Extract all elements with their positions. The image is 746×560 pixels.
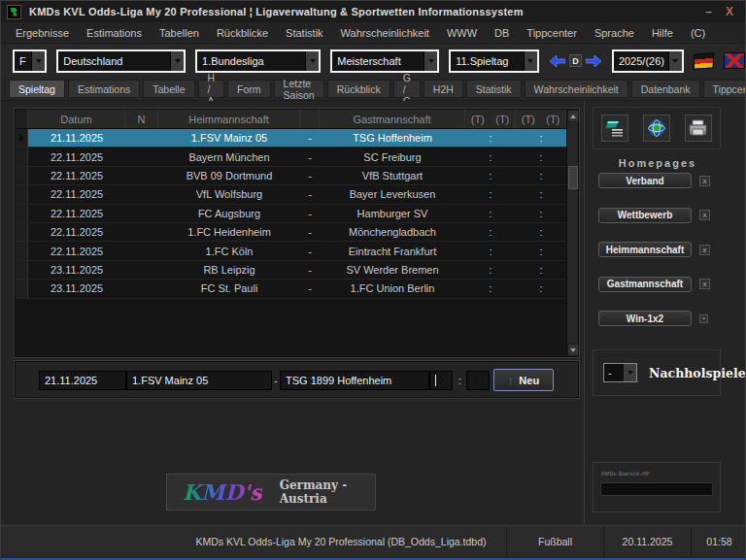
menu-item-sprache[interactable]: Sprache <box>586 27 643 39</box>
vertical-scrollbar[interactable] <box>566 110 578 356</box>
row-selector[interactable] <box>16 129 28 147</box>
cell-halftime-score: : <box>465 148 516 165</box>
printer-icon[interactable] <box>685 115 712 142</box>
editor-score2-field[interactable] <box>466 371 490 390</box>
filter-combobox[interactable]: F <box>13 49 47 73</box>
menu-item-statistik[interactable]: Statistik <box>277 27 332 39</box>
close-button[interactable]: X <box>726 5 733 18</box>
export-book-icon[interactable] <box>601 115 628 142</box>
tab-spieltag[interactable]: Spieltag <box>9 80 65 98</box>
cell-halftime-score: : <box>465 242 516 259</box>
minimize-button[interactable]: – <box>705 5 712 18</box>
nachholspiele-combobox[interactable]: - <box>603 363 637 382</box>
league-combobox[interactable]: 1.Bundesliga <box>195 49 321 73</box>
editor-score1-field[interactable] <box>429 371 453 390</box>
header-t4[interactable]: (T) <box>541 114 566 125</box>
homepage-checkbox-gastmannschaft[interactable]: x <box>699 279 710 289</box>
matchday-combobox[interactable]: 11.Spieltag <box>449 49 539 73</box>
row-selector[interactable] <box>16 261 28 279</box>
competition-combobox[interactable]: Meisterschaft <box>330 49 439 73</box>
editor-home-field[interactable]: 1.FSV Mainz 05 <box>126 371 272 390</box>
menu-item-hilfe[interactable]: Hilfe <box>643 27 682 39</box>
tab-h-a[interactable]: H / A <box>198 80 225 98</box>
header-t1[interactable]: (T) <box>465 114 491 125</box>
row-selector[interactable] <box>16 223 28 241</box>
row-selector[interactable] <box>16 148 28 165</box>
tab-wahrscheinlichkeit[interactable]: Wahrscheinlichkeit <box>525 80 628 98</box>
homepage-button-wettbewerb[interactable]: Wettbewerb <box>598 208 692 223</box>
cell-home-team: 1.FC Köln <box>158 242 300 259</box>
menu-item-db[interactable]: DB <box>486 27 518 39</box>
app-icon <box>7 5 21 19</box>
homepage-button-heimmannschaft[interactable]: Heimmannschaft <box>598 242 692 257</box>
cell-halftime-score: : <box>465 280 516 297</box>
row-selector[interactable] <box>16 280 28 297</box>
homepage-checkbox-wettbewerb[interactable]: x <box>699 210 710 220</box>
tab-statistik[interactable]: Statistik <box>466 80 522 98</box>
chevron-down-icon[interactable] <box>170 51 184 71</box>
menu-item-c[interactable]: (C) <box>682 27 714 39</box>
chevron-down-icon[interactable] <box>424 51 437 71</box>
table-row[interactable]: 23.11.2025RB Leipzig-SV Werder Bremen:: <box>16 261 578 280</box>
tab-r-ckblick[interactable]: Rückblick <box>327 80 390 98</box>
header-n[interactable]: N <box>125 110 158 128</box>
chevron-down-icon[interactable] <box>624 364 636 381</box>
prev-arrow-icon[interactable] <box>549 53 566 69</box>
homepage-button-verband[interactable]: Verband <box>598 173 692 188</box>
header-datum[interactable]: Datum <box>28 110 125 128</box>
menu-item-r-ckblicke[interactable]: Rückblicke <box>208 27 277 39</box>
next-arrow-icon[interactable] <box>585 53 602 69</box>
homepage-button-gastmannschaft[interactable]: Gastmannschaft <box>598 277 692 292</box>
tab-letzte-saison[interactable]: Letzte Saison <box>274 80 324 98</box>
row-selector[interactable] <box>16 185 28 203</box>
table-row[interactable]: 21.11.20251.FSV Mainz 05-TSG Hoffenheim:… <box>16 129 578 148</box>
row-selector[interactable] <box>16 242 28 259</box>
season-combobox[interactable]: 2025/(26) <box>612 49 684 73</box>
menu-item-wahrscheinlichkeit[interactable]: Wahrscheinlichkeit <box>332 27 438 39</box>
row-selector[interactable] <box>16 167 28 184</box>
grid-rows: 21.11.20251.FSV Mainz 05-TSG Hoffenheim:… <box>16 129 578 299</box>
table-row[interactable]: 22.11.2025FC Augsburg-Hamburger SV:: <box>16 205 578 223</box>
homepage-checkbox-verband[interactable]: x <box>699 176 710 186</box>
country-combobox[interactable]: Deutschland <box>56 49 186 73</box>
table-row[interactable]: 22.11.2025Bayern München-SC Freiburg:: <box>16 148 578 166</box>
tab-estimations[interactable]: Estimations <box>68 80 140 98</box>
tab-tabelle[interactable]: Tabelle <box>143 80 194 98</box>
row-selector[interactable] <box>16 205 28 222</box>
chevron-down-icon[interactable] <box>31 51 45 71</box>
menu-item-tabellen[interactable]: Tabellen <box>151 27 208 39</box>
header-home[interactable]: Heimmannschaft <box>158 110 300 128</box>
editor-date-field[interactable]: 21.11.2025 <box>39 371 126 390</box>
tab-form[interactable]: Form <box>227 80 271 98</box>
tab-datenbank[interactable]: Datenbank <box>631 80 700 98</box>
menu-item-ergebnisse[interactable]: Ergebnisse <box>7 27 78 39</box>
menu-item-tippcenter[interactable]: Tippcenter <box>518 27 586 39</box>
header-t3[interactable]: (T) <box>516 114 541 125</box>
scroll-down-icon[interactable] <box>567 344 579 356</box>
new-button[interactable]: ↑ Neu <box>493 369 554 391</box>
editor-guest-field[interactable]: TSG 1899 Hoffenheim <box>280 371 429 390</box>
scroll-up-icon[interactable] <box>567 110 579 122</box>
menu-item-www[interactable]: WWW <box>438 27 486 39</box>
globe-icon[interactable] <box>643 115 670 142</box>
table-row[interactable]: 23.11.2025FC St. Pauli-1.FC Union Berlin… <box>16 280 578 298</box>
scrollbar-thumb[interactable] <box>568 166 578 189</box>
chevron-down-icon[interactable] <box>305 51 319 71</box>
tab-g-g[interactable]: G / G <box>393 80 421 98</box>
table-row[interactable]: 22.11.20251.FC Köln-Eintracht Frankfurt:… <box>16 242 578 260</box>
header-t2[interactable]: (T) <box>491 114 516 125</box>
day-button[interactable]: D <box>569 54 582 67</box>
table-row[interactable]: 22.11.2025BVB 09 Dortmund-VfB Stuttgart:… <box>16 167 578 185</box>
table-row[interactable]: 22.11.2025VfL Wolfsburg-Bayer Leverkusen… <box>16 185 578 204</box>
table-row[interactable]: 22.11.20251.FC Heidenheim-Mönchengladbac… <box>16 223 578 242</box>
header-guest[interactable]: Gastmannschaft <box>320 110 465 128</box>
chevron-down-icon[interactable] <box>668 51 682 71</box>
sidebar: Homepages VerbandxWettbewerbxHeimmannsch… <box>587 101 729 525</box>
homepage-checkbox-heimmannschaft[interactable]: x <box>699 245 710 255</box>
menu-item-estimations[interactable]: Estimations <box>78 27 151 39</box>
chevron-down-icon[interactable] <box>524 51 537 71</box>
tab-h2h[interactable]: H2H <box>424 80 463 98</box>
tab-tippcenter[interactable]: Tippcenter <box>703 80 746 98</box>
homepage-checkbox-win-1x2[interactable]: ▪ <box>699 314 708 323</box>
homepage-button-win-1x2[interactable]: Win-1x2 <box>598 311 692 326</box>
